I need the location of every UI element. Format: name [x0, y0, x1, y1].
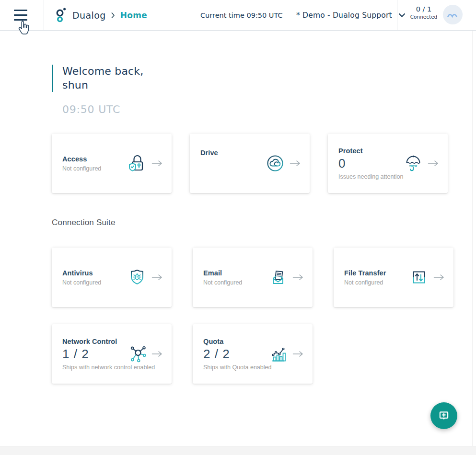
chevron-right-icon — [111, 12, 115, 18]
card-title: Network Control — [62, 338, 172, 345]
card-title: Protect — [338, 147, 448, 155]
cursor-pointer-icon — [18, 20, 31, 36]
arrow-right-icon — [290, 160, 301, 167]
www-label: www — [409, 164, 418, 167]
network-hub-icon — [126, 342, 149, 365]
chevron-down-icon — [399, 13, 405, 17]
card-protect[interactable]: Protect 0 Issues needing attention www — [328, 134, 448, 193]
account-label: * Demo - Dualog Support — [296, 11, 392, 20]
brand-name[interactable]: Dualog — [72, 10, 106, 21]
card-subtitle: Ships with network control enabled — [62, 364, 172, 371]
card-title: Drive — [200, 149, 310, 157]
card-antivirus[interactable]: Antivirus Not configured — [52, 248, 172, 307]
avatar[interactable] — [443, 5, 463, 24]
card-network-control[interactable]: Network Control 1 / 2 Ships with network… — [52, 324, 172, 384]
connected-label: Connected — [405, 14, 442, 20]
lock-shield-icon — [126, 152, 149, 175]
hamburger-icon — [14, 10, 27, 11]
connection-status[interactable]: 0 / 1 Connected — [405, 5, 442, 20]
cloud-circle-icon — [264, 152, 287, 175]
arrow-right-icon — [151, 274, 163, 281]
breadcrumb-home[interactable]: Home — [120, 11, 147, 20]
upload-download-box-icon — [407, 266, 430, 289]
feedback-fab[interactable] — [430, 402, 457, 429]
app-header: Dualog Home Current time 09:50 UTC * Dem… — [0, 0, 476, 31]
welcome-line1: Welcome back, — [62, 65, 144, 79]
bar-line-chart-icon — [267, 342, 290, 365]
card-subtitle: Issues needing attention — [338, 173, 448, 180]
add-feedback-icon — [438, 410, 450, 422]
shield-bug-icon — [126, 266, 149, 289]
content-edge-line — [472, 30, 473, 446]
breadcrumb: Dualog Home — [55, 0, 147, 30]
card-subtitle: Ships with Quota enabled — [203, 364, 313, 371]
header-divider — [397, 0, 397, 30]
welcome-line2: shun — [62, 79, 144, 92]
bottom-scrollbar-track[interactable] — [0, 446, 476, 455]
arrow-right-icon — [428, 160, 439, 167]
card-email[interactable]: Email Not configured — [193, 248, 313, 307]
envelope-document-icon — [267, 266, 290, 289]
current-time-label: Current time 09:50 UTC — [200, 0, 283, 30]
card-file-transfer[interactable]: File Transfer Not configured — [334, 248, 453, 307]
waves-icon — [447, 10, 459, 20]
menu-button[interactable] — [14, 10, 27, 21]
arrow-right-icon — [292, 274, 304, 281]
card-access[interactable]: Access Not configured — [52, 134, 172, 193]
arrow-right-icon — [151, 351, 163, 357]
dualog-logo-icon[interactable] — [55, 7, 67, 23]
welcome-time: 09:50 UTC — [62, 103, 120, 115]
umbrella-icon: www — [402, 152, 425, 175]
card-quota[interactable]: Quota 2 / 2 Ships with Quota enabled — [193, 324, 313, 384]
section-title-connection-suite: Connection Suite — [52, 218, 116, 228]
arrow-right-icon — [151, 160, 163, 167]
card-drive[interactable]: Drive — [190, 134, 310, 193]
header-divider — [44, 0, 44, 30]
arrow-right-icon — [433, 274, 445, 281]
connected-count: 0 / 1 — [405, 5, 442, 13]
card-title: Quota — [203, 338, 313, 345]
arrow-right-icon — [292, 351, 304, 357]
welcome-heading: Welcome back, shun — [52, 65, 144, 92]
account-selector[interactable]: * Demo - Dualog Support — [293, 0, 408, 30]
